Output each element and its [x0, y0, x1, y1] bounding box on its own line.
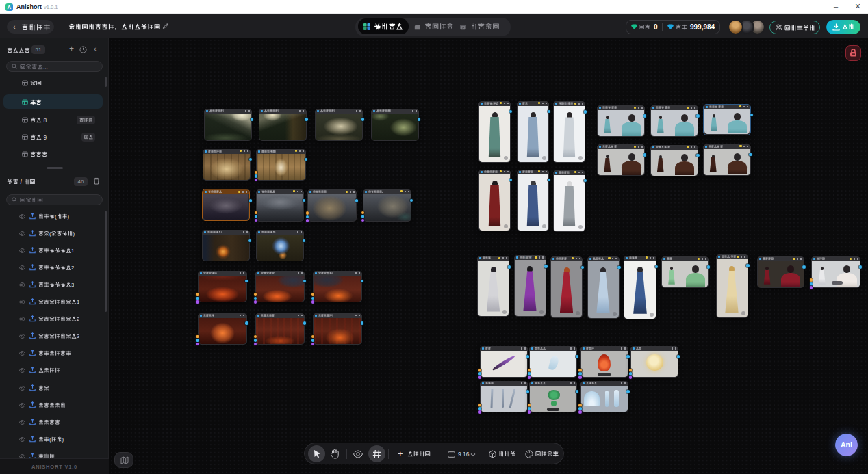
svg-text:): ): [68, 213, 70, 220]
svg-text:1: 1: [71, 248, 74, 254]
svg-text:): ): [62, 436, 64, 443]
svg-text:(: (: [567, 102, 568, 105]
svg-text:.: .: [47, 64, 48, 70]
svg-text:8: 8: [44, 117, 47, 124]
svg-text:(: (: [55, 213, 57, 220]
svg-text:9: 9: [44, 134, 47, 141]
svg-text:/: /: [21, 179, 23, 185]
svg-text:(: (: [49, 436, 51, 443]
svg-text:1: 1: [77, 299, 79, 305]
svg-text:3: 3: [71, 282, 74, 288]
svg-text:2: 2: [71, 265, 74, 271]
svg-text:): ): [531, 256, 532, 259]
svg-text:(: (: [729, 255, 730, 259]
svg-text:2: 2: [77, 317, 79, 323]
svg-text:(: (: [49, 231, 51, 237]
svg-text:): ): [73, 231, 75, 237]
svg-text:.: .: [47, 197, 48, 204]
svg-text:(: (: [492, 102, 494, 105]
svg-text:3: 3: [77, 334, 79, 340]
